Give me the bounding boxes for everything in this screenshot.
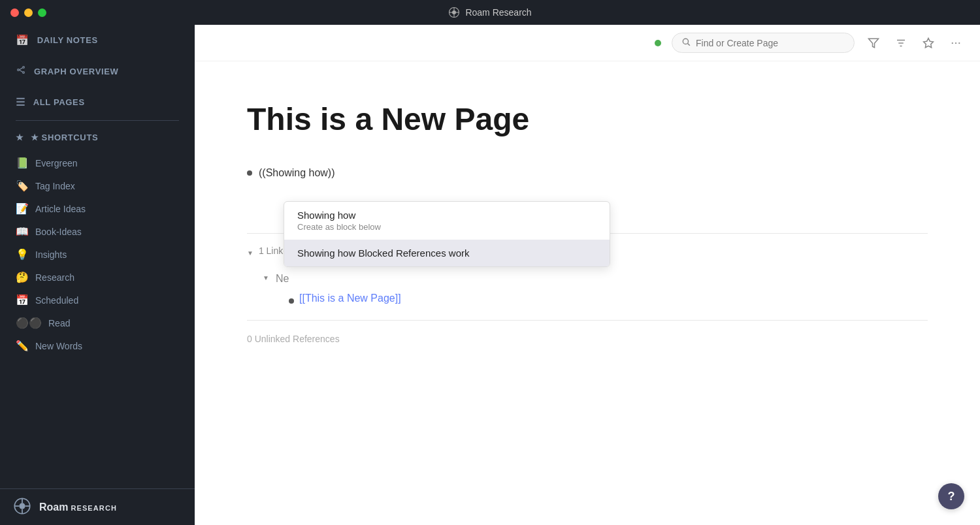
window-controls — [10, 8, 46, 17]
block-ref-text: Ne — [276, 270, 928, 287]
filter-button[interactable] — [865, 35, 882, 52]
unlinked-refs-text: 0 Unlinked References — [247, 334, 340, 344]
svg-marker-23 — [924, 38, 934, 47]
expand-triangle-icon[interactable]: ▼ — [263, 274, 269, 281]
svg-point-25 — [955, 42, 956, 43]
sidebar: 📅 DAILY NOTES GRAPH OVERVIEW ☰ ALL PAGES… — [0, 25, 195, 525]
svg-point-24 — [952, 42, 953, 43]
sidebar-item-research[interactable]: 🤔 Research — [0, 266, 195, 289]
block-item-main: ((Showing how)) — [247, 165, 928, 182]
tag-index-icon: 🏷️ — [16, 180, 29, 192]
block-text[interactable]: ((Showing how)) — [259, 165, 928, 182]
calendar-icon: 📅 — [16, 34, 29, 46]
sidebar-item-new-words[interactable]: ✏️ New Words — [0, 334, 195, 357]
svg-point-8 — [23, 72, 25, 74]
sidebar-item-book-ideas[interactable]: 📖 Book-Ideas — [0, 220, 195, 243]
book-ideas-icon: 📖 — [16, 225, 29, 238]
bottom-logo-text: Roam RESEARCH — [39, 501, 117, 513]
logo-roam: Roam — [39, 501, 68, 513]
research-icon: 🤔 — [16, 271, 29, 283]
sidebar-item-insights[interactable]: 💡 Insights — [0, 243, 195, 266]
sidebar-item-scheduled[interactable]: 📅 Scheduled — [0, 289, 195, 311]
maximize-button[interactable] — [38, 8, 46, 17]
minimize-button[interactable] — [24, 8, 33, 17]
topbar — [195, 25, 980, 61]
shortcuts-header: ★ ★ SHORTCUTS — [0, 123, 195, 151]
search-bar[interactable] — [672, 33, 855, 53]
evergreen-icon: 📗 — [16, 157, 29, 169]
shortcut-label: Insights — [35, 249, 67, 260]
sidebar-item-article-ideas[interactable]: 📝 Article Ideas — [0, 197, 195, 220]
sidebar-item-label: DAILY NOTES — [37, 35, 98, 45]
shortcut-label: Tag Index — [35, 181, 75, 191]
svg-marker-19 — [869, 39, 879, 48]
sidebar-bottom: Roam RESEARCH — [0, 488, 195, 525]
svg-point-12 — [19, 503, 25, 509]
help-icon: ? — [948, 490, 955, 503]
search-input[interactable] — [696, 38, 845, 48]
logo-research: RESEARCH — [71, 504, 117, 512]
autocomplete-item-subtitle: Create as block below — [297, 222, 596, 232]
shortcut-label: Research — [35, 272, 74, 283]
autocomplete-item-create[interactable]: Showing how Create as block below — [284, 202, 610, 240]
star-button[interactable] — [920, 35, 937, 52]
app-title-text: Roam Research — [465, 7, 531, 18]
close-button[interactable] — [10, 8, 19, 17]
sidebar-item-read[interactable]: ⚫⚫ Read — [0, 311, 195, 334]
nested-bullet — [289, 298, 294, 304]
article-ideas-icon: 📝 — [16, 202, 29, 215]
shortcut-label: Scheduled — [35, 295, 78, 306]
block-item-ref: ▼ Ne — [263, 270, 928, 287]
shortcut-label: Read — [48, 318, 70, 328]
titlebar: Roam Research — [0, 0, 980, 25]
svg-point-17 — [683, 39, 688, 44]
page-content: This is a New Page ((Showing how)) Showi… — [195, 61, 980, 525]
block-bullet — [247, 170, 252, 176]
status-dot — [655, 40, 661, 46]
svg-point-26 — [958, 42, 960, 43]
app-title: Roam Research — [448, 7, 531, 18]
list-icon: ☰ — [16, 96, 25, 108]
main-layout: 📅 DAILY NOTES GRAPH OVERVIEW ☰ ALL PAGES… — [0, 25, 980, 525]
shortcut-label: Article Ideas — [35, 204, 86, 214]
svg-point-7 — [23, 67, 25, 69]
autocomplete-item-title: Showing how — [297, 210, 596, 221]
help-button[interactable]: ? — [938, 483, 964, 509]
block-container: ((Showing how)) Showing how Create as bl… — [247, 165, 928, 344]
roam-logo-icon — [448, 7, 460, 18]
more-button[interactable] — [947, 35, 964, 52]
unlinked-refs: 0 Unlinked References — [247, 334, 928, 344]
shortcut-label: Book-Ideas — [35, 227, 82, 237]
scheduled-icon: 📅 — [16, 294, 29, 306]
page-title[interactable]: This is a New Page — [247, 101, 928, 138]
read-icon: ⚫⚫ — [16, 317, 42, 329]
star-icon: ★ — [16, 133, 24, 142]
autocomplete-item-blocked[interactable]: Showing how Blocked References work — [284, 240, 610, 266]
new-words-icon: ✏️ — [16, 340, 29, 352]
shortcut-label: Evergreen — [35, 158, 78, 168]
sidebar-item-evergreen[interactable]: 📗 Evergreen — [0, 151, 195, 174]
sidebar-item-all-pages[interactable]: ☰ ALL PAGES — [0, 87, 195, 118]
sidebar-divider — [16, 120, 179, 121]
page-link[interactable]: [[This is a New Page]] — [299, 293, 401, 304]
sidebar-item-label: GRAPH OVERVIEW — [34, 67, 119, 76]
funnel-button[interactable] — [892, 35, 909, 52]
autocomplete-item-title: Showing how Blocked References work — [297, 247, 596, 259]
search-icon — [681, 37, 691, 48]
ne-label: Ne — [276, 273, 292, 284]
sidebar-item-graph-overview[interactable]: GRAPH OVERVIEW — [0, 56, 195, 87]
shortcut-label: New Words — [35, 341, 82, 351]
linked-ref-block: ▼ Ne [[This is a New Page]] — [263, 265, 928, 310]
svg-point-1 — [452, 10, 456, 14]
content-area: This is a New Page ((Showing how)) Showi… — [195, 25, 980, 525]
graph-icon — [16, 65, 26, 78]
svg-line-9 — [19, 68, 22, 70]
expand-icon[interactable]: ▼ — [247, 249, 253, 257]
svg-line-18 — [688, 44, 690, 46]
ref-separator-2 — [247, 320, 928, 321]
svg-line-10 — [19, 70, 22, 72]
sidebar-item-tag-index[interactable]: 🏷️ Tag Index — [0, 174, 195, 197]
sidebar-item-daily-notes[interactable]: 📅 DAILY NOTES — [0, 25, 195, 56]
sidebar-item-label: ALL PAGES — [33, 97, 85, 107]
shortcuts-label: ★ SHORTCUTS — [31, 133, 99, 142]
